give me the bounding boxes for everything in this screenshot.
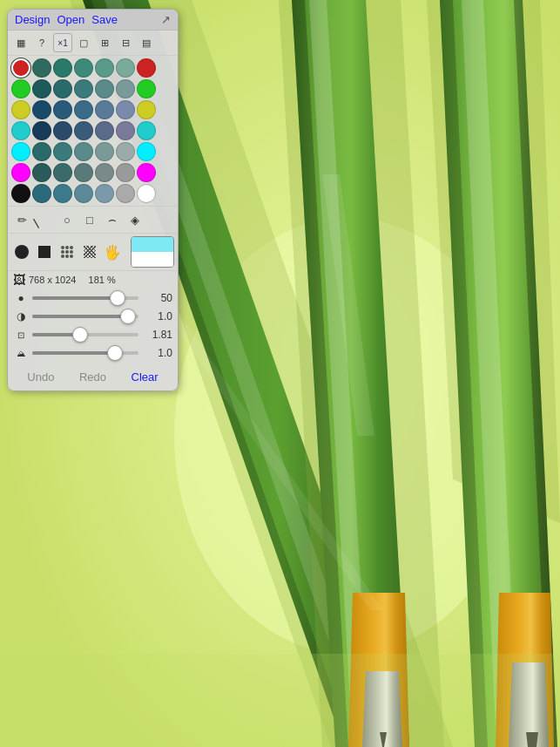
line-tool[interactable]: / [30,205,59,234]
save-menu[interactable]: Save [91,13,118,26]
color-ltcyan[interactable] [11,142,30,161]
hash-brush[interactable] [79,241,100,262]
color-dteal3[interactable] [74,79,93,98]
design-menu[interactable]: Design [15,13,50,26]
color-teal1[interactable] [32,58,51,78]
size-slider[interactable] [32,333,138,336]
menu-bar: Design Open Save ↗ [8,10,178,31]
tool-icons-row: ▦ ? ×1 ▢ ⊞ ⊟ ▤ [8,31,178,56]
color-white[interactable] [137,184,156,203]
expand-icon[interactable]: ↗ [161,13,171,26]
color-lt1[interactable] [32,163,51,182]
pressure-slider[interactable] [32,315,138,318]
grid-small-icon[interactable]: ▦ [11,33,30,52]
rectangle-tool[interactable]: □ [79,209,100,230]
color-teal3[interactable] [74,58,93,78]
color-lt2[interactable] [53,163,72,182]
pressure-icon: ◑ [13,309,29,324]
color-mt3[interactable] [74,142,93,161]
canvas-info: 🖼 768 x 1024 181 % [8,271,178,289]
color-red2[interactable] [137,58,156,78]
background-color [132,252,173,267]
color-preview[interactable] [131,236,174,268]
canvas-size: 768 x 1024 [29,275,76,285]
clear-button[interactable]: Clear [126,369,164,385]
redo-button[interactable]: Redo [74,369,111,385]
color-black[interactable] [11,184,30,203]
bottom-actions: Undo Redo Clear [8,365,178,385]
drawing-tools-row: ✏ / ○ □ ⌢ ◈ [8,207,178,234]
color-dteal4[interactable] [95,79,114,98]
size-slider-row: ⊡ 1.81 [13,327,172,343]
color-blue2[interactable] [53,100,72,119]
color-blue1[interactable] [32,100,51,119]
color-navy1[interactable] [32,121,51,140]
color-navy3[interactable] [74,121,93,140]
color-vlt3[interactable] [74,184,93,203]
color-vlt2[interactable] [53,184,72,203]
help-icon[interactable]: ? [32,33,51,52]
color-mt5[interactable] [116,142,135,161]
color-mt2[interactable] [53,142,72,161]
color-blue5[interactable] [116,100,135,119]
solid-circle-brush[interactable] [11,241,32,262]
square-brush[interactable] [34,241,55,262]
foreground-color [132,237,173,252]
lasso-tool[interactable]: ⌢ [102,209,123,230]
smoothing-slider-row: ⛰ 1.0 [13,345,172,361]
color-mt4[interactable] [95,142,114,161]
smoothing-slider[interactable] [32,351,138,355]
color-teal2[interactable] [53,58,72,78]
color-lt3[interactable] [74,163,93,182]
color-magenta2[interactable] [137,163,156,182]
tool-panel: Design Open Save ↗ ▦ ? ×1 ▢ ⊞ ⊟ ▤ [7,9,179,391]
color-green[interactable] [11,79,30,98]
smoothing-icon: ⛰ [13,345,29,361]
magic-wand-tool[interactable]: ◈ [125,209,145,230]
color-palette [8,56,178,207]
canvas-icon[interactable]: ▢ [74,33,93,52]
opacity-slider[interactable] [32,296,138,300]
color-cyan[interactable] [11,121,30,140]
color-blue4[interactable] [95,100,114,119]
color-vlt5[interactable] [116,184,135,203]
color-yellow[interactable] [11,100,30,119]
color-teal4[interactable] [95,58,114,78]
color-ltcyan2[interactable] [137,142,156,161]
grid2-icon[interactable]: ⊟ [116,33,135,52]
color-vlt1[interactable] [32,184,51,203]
color-lt4[interactable] [95,163,114,182]
color-yellow2[interactable] [137,100,156,119]
color-red[interactable] [11,58,30,78]
grid-icon[interactable]: ⊞ [95,33,114,52]
size-icon: ⊡ [13,327,29,343]
canvas-size-icon: 🖼 [13,273,25,287]
color-cyan2[interactable] [137,121,156,140]
color-mt1[interactable] [32,142,51,161]
color-navy2[interactable] [53,121,72,140]
color-teal5[interactable] [116,58,135,78]
undo-button[interactable]: Undo [22,369,59,385]
color-dteal5[interactable] [116,79,135,98]
svg-rect-23 [0,654,560,747]
color-dteal2[interactable] [53,79,72,98]
opacity-slider-row: ● 50 [13,290,172,306]
color-lt5[interactable] [116,163,135,182]
color-navy5[interactable] [116,121,135,140]
layers-icon[interactable]: ▤ [137,33,156,52]
color-navy4[interactable] [95,121,114,140]
dots-brush[interactable] [57,241,78,262]
color-blue3[interactable] [74,100,93,119]
zoom-1x-icon[interactable]: ×1 [53,33,72,52]
color-vlt4[interactable] [95,184,114,203]
smoothing-value: 1.0 [142,347,172,359]
opacity-value: 50 [142,292,172,304]
opacity-icon: ● [13,290,29,306]
stamp-tool[interactable]: 🖐 [102,241,123,262]
open-menu[interactable]: Open [57,13,84,26]
ellipse-tool[interactable]: ○ [57,209,78,230]
size-value: 1.81 [142,329,172,341]
color-magenta[interactable] [11,163,30,182]
color-green2[interactable] [137,79,156,98]
color-dteal1[interactable] [32,79,51,98]
